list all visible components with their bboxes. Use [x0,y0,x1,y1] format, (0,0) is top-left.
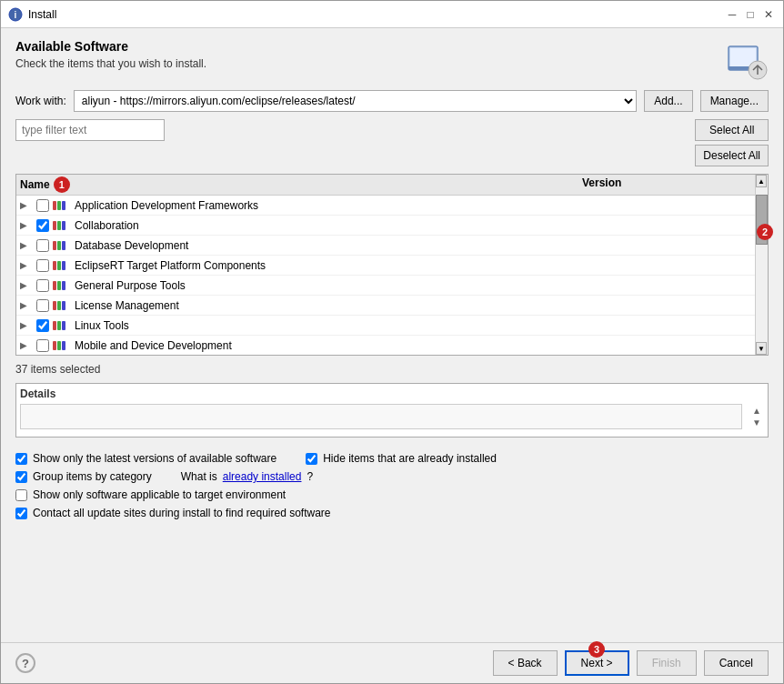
manage-button[interactable]: Manage... [700,90,769,112]
item-checkbox[interactable] [36,279,49,292]
item-checkbox[interactable] [36,219,49,232]
expand-icon[interactable]: ▶ [20,320,33,330]
details-spinner: ▲ ▼ [749,404,764,429]
list-item[interactable]: ▶ EclipseRT Target Platform Components [16,256,755,276]
option-contact-update: Contact all update sites during install … [15,507,331,519]
item-checkbox[interactable] [36,339,49,352]
main-content: Available Software Check the items that … [1,28,783,642]
what-is-label: What is [181,470,217,483]
bottom-bar: ? < Back Next > 3 Finish Cancel [1,642,783,683]
next-button-wrapper: Next > 3 [565,650,629,676]
filter-input[interactable] [15,119,165,141]
item-icon [53,298,71,313]
item-icon [53,318,71,333]
item-icon [53,198,71,213]
status-row: 37 items selected [15,363,769,376]
page-subtitle: Check the items that you wish to install… [15,57,206,70]
option-group-category: Group items by category [15,470,152,483]
contact-update-checkbox[interactable] [15,508,27,519]
list-item[interactable]: ▶ Collaboration [16,216,755,236]
option-latest-versions: Show only the latest versions of availab… [15,452,276,465]
install-illustration [725,39,769,83]
expand-icon[interactable]: ▶ [20,340,33,350]
title-controls: ─ □ ✕ [725,7,776,22]
work-with-label: Work with: [15,95,66,107]
item-icon [53,258,71,273]
bottom-right: < Back Next > 3 Finish Cancel [493,650,769,676]
target-env-label: Show only software applicable to target … [33,488,286,501]
latest-versions-label: Show only the latest versions of availab… [33,452,276,465]
expand-icon[interactable]: ▶ [20,220,33,230]
add-button[interactable]: Add... [644,90,692,112]
select-all-button[interactable]: Select All [695,119,769,141]
item-icon [53,338,71,353]
cancel-button[interactable]: Cancel [704,650,769,676]
target-env-checkbox[interactable] [15,489,27,501]
expand-icon[interactable]: ▶ [20,280,33,290]
list-scroll-area[interactable]: ▶ Application Development Frameworks ▶ C… [16,196,768,355]
expand-icon[interactable]: ▶ [20,240,33,250]
hide-installed-checkbox[interactable] [306,453,317,465]
scroll-up-button[interactable]: ▲ [756,175,767,187]
finish-button[interactable]: Finish [637,650,697,676]
help-button[interactable]: ? [15,653,35,673]
expand-icon[interactable]: ▶ [20,300,33,310]
spinner-down[interactable]: ▼ [752,417,761,428]
already-installed-link[interactable]: already installed [223,470,302,483]
spinner-up[interactable]: ▲ [752,406,761,416]
list-header: Name 1 Version [16,175,768,196]
item-checkbox[interactable] [36,319,49,332]
details-section: Details ▲ ▼ [15,383,769,438]
item-checkbox[interactable] [36,199,49,212]
title-bar: i Install ─ □ ✕ [1,1,783,28]
maximize-button[interactable]: □ [743,7,758,22]
item-icon [53,238,71,253]
options-row-3: Show only software applicable to target … [15,488,769,501]
window-icon: i [8,7,23,22]
item-checkbox[interactable] [36,239,49,252]
select-btn-col: Select All Deselect All [695,119,769,166]
bottom-left: ? [15,653,35,673]
scrollbar[interactable]: ▲ 2 ▼ [755,175,768,355]
filter-col [15,119,688,141]
work-with-dropdown[interactable]: aliyun - https://mirrors.aliyun.com/ecli… [74,90,637,112]
options-row-1: Show only the latest versions of availab… [15,452,769,465]
list-item[interactable]: ▶ Database Development [16,236,755,256]
item-icon [53,278,71,293]
list-item[interactable]: ▶ General Purpose Tools [16,276,755,296]
list-item[interactable]: ▶ Linux Tools [16,316,755,336]
option-hide-installed: Hide items that are already installed [306,452,497,465]
details-text-area [20,404,742,429]
page-title: Available Software [15,39,206,54]
expand-icon[interactable]: ▶ [20,200,33,210]
scroll-badge: 2 [757,224,773,240]
item-checkbox[interactable] [36,299,49,312]
list-item[interactable]: ▶ License Management [16,296,755,316]
svg-text:i: i [15,10,17,20]
work-with-row: Work with: aliyun - https://mirrors.aliy… [15,90,769,112]
title-bar-left: i Install [8,7,56,22]
item-name: Application Development Frameworks [75,199,569,212]
latest-versions-checkbox[interactable] [15,453,27,465]
back-button[interactable]: < Back [493,650,558,676]
group-category-checkbox[interactable] [15,471,27,483]
minimize-button[interactable]: ─ [725,7,739,22]
option-target-env: Show only software applicable to target … [15,488,286,501]
expand-icon[interactable]: ▶ [20,260,33,270]
item-name: General Purpose Tools [75,279,569,292]
item-checkbox[interactable] [36,259,49,272]
col-version-header: Version [582,176,764,193]
scroll-down-button[interactable]: ▼ [756,342,767,355]
list-item[interactable]: ▶ Application Development Frameworks [16,196,755,216]
close-button[interactable]: ✕ [761,7,776,22]
list-item[interactable]: ▶ Mobile and Device Development [16,336,755,355]
name-badge: 1 [54,176,70,193]
details-content: ▲ ▼ [20,404,764,429]
scroll-track[interactable]: 2 [756,187,768,342]
deselect-all-button[interactable]: Deselect All [695,145,769,166]
item-name: Linux Tools [75,319,569,332]
header-text: Available Software Check the items that … [15,39,206,70]
item-name: License Management [75,299,569,312]
item-name: Database Development [75,239,569,252]
main-window: i Install ─ □ ✕ Available Software Check… [0,0,784,684]
